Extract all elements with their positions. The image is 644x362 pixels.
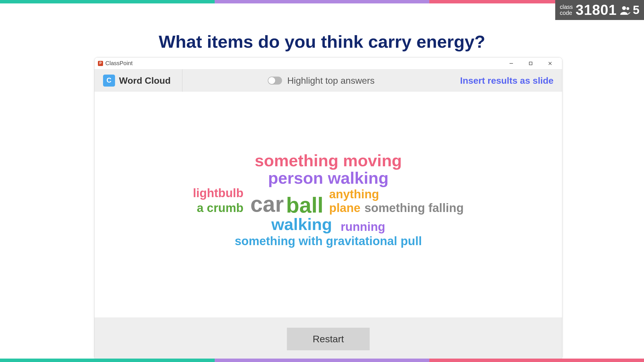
svg-rect-3	[529, 62, 532, 65]
classpoint-icon	[103, 75, 115, 87]
toolbar: Word Cloud Highlight top answers Insert …	[94, 69, 562, 92]
close-button[interactable]	[540, 57, 560, 69]
word-item: plane	[329, 202, 361, 214]
highlight-label: Highlight top answers	[287, 75, 375, 86]
word-item: something moving	[255, 152, 402, 169]
word-item: something falling	[365, 202, 464, 214]
word-item: lightbulb	[193, 187, 243, 199]
maximize-button[interactable]	[521, 57, 540, 69]
word-item: something with gravitational pull	[235, 235, 422, 247]
word-item: a crumb	[197, 202, 243, 214]
class-code-label: class code	[560, 4, 573, 16]
people-icon	[620, 5, 631, 15]
word-item: person walking	[268, 169, 389, 187]
feature-badge: Word Cloud	[103, 69, 182, 92]
word-item: car	[250, 193, 284, 216]
class-code-badge: class code 31801 5	[555, 0, 644, 20]
word-item: ball	[286, 194, 323, 217]
main-heading: What items do you think carry energy?	[0, 31, 644, 52]
word-cloud-area: something moving person walking lightbul…	[94, 92, 562, 317]
title-bar: ClassPoint	[94, 57, 562, 69]
word-item: anything	[329, 188, 379, 201]
highlight-toggle[interactable]	[268, 77, 282, 85]
class-code-value: 31801	[576, 2, 617, 18]
bottom-color-bar	[0, 359, 644, 362]
dialog-footer: Restart	[94, 317, 562, 360]
feature-label: Word Cloud	[119, 75, 171, 86]
svg-point-1	[626, 7, 629, 10]
participant-count: 5	[620, 3, 639, 17]
restart-button[interactable]: Restart	[287, 328, 370, 350]
word-item: running	[341, 221, 385, 233]
wordcloud-dialog: ClassPoint Word Cloud Highlight top answ…	[94, 57, 562, 360]
powerpoint-icon	[98, 61, 103, 66]
minimize-button[interactable]	[502, 57, 521, 69]
word-item: walking	[271, 216, 332, 233]
top-color-bar	[0, 0, 644, 3]
insert-results-link[interactable]: Insert results as slide	[460, 75, 554, 86]
dialog-title: ClassPoint	[105, 60, 133, 67]
svg-point-0	[622, 6, 626, 10]
